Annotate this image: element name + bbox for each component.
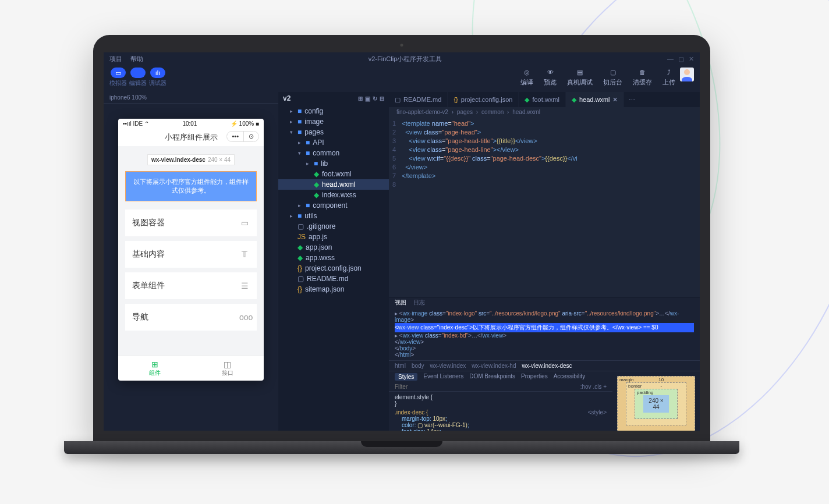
menu-item[interactable]: 导航ooo xyxy=(125,304,257,331)
toolbar-action-4[interactable]: 🗑清缓存 xyxy=(633,68,652,87)
tree-folder[interactable]: ▸■config xyxy=(278,106,389,116)
tree-folder[interactable]: ▸■image xyxy=(278,116,389,127)
file-tree-panel: v2 ⊞ ▣ ↻ ⊟ ▸■config▸■image▾■pages▸■API▾■… xyxy=(278,92,389,431)
laptop-frame: 项目 帮助 v2-FinClip小程序开发工具 — ▢ ✕ ▭模拟器编辑器ılı… xyxy=(93,35,710,454)
window-controls: — ▢ ✕ xyxy=(667,55,694,63)
menu-help[interactable]: 帮助 xyxy=(130,55,143,63)
toolbar-mode-2[interactable]: ılı调试器 xyxy=(149,68,166,87)
capsule-more-icon[interactable]: ••• xyxy=(227,132,244,141)
editor-tab[interactable]: ◆head.wxml✕ xyxy=(566,92,625,107)
add-rule-icon[interactable]: + xyxy=(603,384,607,390)
menubar: 项目 帮助 v2-FinClip小程序开发工具 — ▢ ✕ xyxy=(104,52,700,65)
minimize-icon[interactable]: — xyxy=(667,55,674,63)
dom-crumb[interactable]: html xyxy=(395,363,406,369)
menu-project[interactable]: 项目 xyxy=(109,55,122,63)
tree-file[interactable]: ◆index.wxss xyxy=(278,190,389,200)
devtools-subtab[interactable]: Styles xyxy=(395,373,417,381)
app-screen: 项目 帮助 v2-FinClip小程序开发工具 — ▢ ✕ ▭模拟器编辑器ılı… xyxy=(104,52,700,431)
tree-folder[interactable]: ▸■lib xyxy=(278,158,389,169)
devtools-subtab[interactable]: DOM Breakpoints xyxy=(469,373,515,381)
tree-file[interactable]: ◆app.wxss xyxy=(278,253,389,263)
tree-file[interactable]: {}project.config.json xyxy=(278,263,389,274)
close-icon[interactable]: ✕ xyxy=(689,55,694,63)
toolbar-action-0[interactable]: ◎编译 xyxy=(520,68,533,87)
editor-tab[interactable]: ◆foot.wxml xyxy=(519,92,565,107)
tree-root-name[interactable]: v2 xyxy=(283,94,290,102)
dom-crumb[interactable]: wx-view.index-desc xyxy=(522,363,572,369)
dom-tree[interactable]: ▸ <wx-image class="index-logo" src="../r… xyxy=(389,308,700,360)
devtools-subtab[interactable]: Properties xyxy=(521,373,548,381)
tree-folder[interactable]: ▾■common xyxy=(278,148,389,158)
capsule-close-icon[interactable]: ⊙ xyxy=(244,132,258,141)
code-editor[interactable]: 12345678 <template name="head"> <view cl… xyxy=(389,117,700,297)
editor-panel: ▢README.md{}project.config.json◆foot.wxm… xyxy=(389,92,700,431)
tree-folder[interactable]: ▸■component xyxy=(278,200,389,211)
phone-tab-1[interactable]: ◫接口 xyxy=(191,356,264,381)
window-title: v2-FinClip小程序开发工具 xyxy=(151,55,659,63)
inspect-tooltip: wx-view.index-desc240 × 44 xyxy=(147,154,235,165)
new-folder-icon[interactable]: ▣ xyxy=(365,95,370,102)
editor-tab[interactable]: {}project.config.json xyxy=(448,92,519,107)
simulator-panel: iphone6 100% ••ııl IDE ⌃ 10:01 ⚡ 100% ■ … xyxy=(104,92,278,431)
new-file-icon[interactable]: ⊞ xyxy=(358,95,363,102)
status-time: 10:01 xyxy=(182,120,197,127)
tree-file[interactable]: ◆foot.wxml xyxy=(278,169,389,179)
avatar[interactable] xyxy=(680,68,694,81)
toolbar-action-2[interactable]: ▤真机调试 xyxy=(567,68,593,87)
refresh-icon[interactable]: ↻ xyxy=(373,95,377,102)
devtools-subtab[interactable]: Accessibility xyxy=(554,373,585,381)
status-signal: ••ııl IDE ⌃ xyxy=(123,120,149,127)
menu-item[interactable]: 视图容器▭ xyxy=(125,210,257,236)
css-rules[interactable]: element.style {} <style> .index-desc { m… xyxy=(389,392,612,431)
tree-folder[interactable]: ▸■utils xyxy=(278,211,389,221)
menu-item[interactable]: 基础内容𝕋 xyxy=(125,241,257,268)
toolbar: ▭模拟器编辑器ılı调试器 ◎编译👁预览▤真机调试▢切后台🗑清缓存⤴上传 xyxy=(104,65,700,92)
tree-file[interactable]: {}sitemap.json xyxy=(278,284,389,294)
tree-file[interactable]: ◆app.json xyxy=(278,242,389,253)
status-battery: ⚡ 100% ■ xyxy=(231,120,259,127)
tab-close-icon[interactable]: ✕ xyxy=(612,96,618,104)
collapse-icon[interactable]: ⊟ xyxy=(380,95,384,102)
dom-crumb[interactable]: body xyxy=(412,363,424,369)
devtools-tab-log[interactable]: 日志 xyxy=(413,299,425,307)
box-model: margin 10 border - padding 240 × 44 xyxy=(612,371,700,431)
tree-file[interactable]: JSapp.js xyxy=(278,232,389,242)
maximize-icon[interactable]: ▢ xyxy=(678,55,684,63)
toolbar-mode-0[interactable]: ▭模拟器 xyxy=(109,68,127,87)
tree-file[interactable]: ◆head.wxml xyxy=(278,179,389,190)
tree-folder[interactable]: ▾■pages xyxy=(278,127,389,137)
toolbar-mode-1[interactable]: 编辑器 xyxy=(129,68,147,87)
toolbar-action-3[interactable]: ▢切后台 xyxy=(603,68,622,87)
tree-folder[interactable]: ▸■API xyxy=(278,137,389,148)
capsule: ••• ⊙ xyxy=(226,131,259,142)
hov-toggle[interactable]: :hov xyxy=(580,384,591,390)
page-title: 小程序组件展示 xyxy=(165,133,218,141)
toolbar-action-5[interactable]: ⤴上传 xyxy=(663,68,675,87)
dom-crumb[interactable]: wx-view.index-hd xyxy=(472,363,516,369)
devtools-panel: 视图 日志 ▸ <wx-image class="index-logo" src… xyxy=(389,297,700,431)
toolbar-action-1[interactable]: 👁预览 xyxy=(544,68,557,87)
devtools-subtab[interactable]: Event Listeners xyxy=(423,373,463,381)
dom-crumb[interactable]: wx-view.index xyxy=(430,363,466,369)
simulator-device-label: iphone6 100% xyxy=(104,92,278,104)
selected-element-highlight[interactable]: 以下将展示小程序官方组件能力，组件样式仅供参考。 xyxy=(125,171,257,201)
phone-tab-0[interactable]: ⊞组件 xyxy=(118,356,191,381)
menu-item[interactable]: 表单组件☰ xyxy=(125,272,257,299)
tree-file[interactable]: ▢.gitignore xyxy=(278,221,389,232)
breadcrumb: fino-applet-demo-v2 › pages › common › h… xyxy=(389,107,700,117)
devtools-tab-view[interactable]: 视图 xyxy=(395,299,406,307)
tabs-more-icon[interactable]: ⋯ xyxy=(624,96,640,104)
styles-filter-input[interactable] xyxy=(395,384,580,390)
cls-toggle[interactable]: .cls xyxy=(593,384,601,390)
tree-file[interactable]: ▢README.md xyxy=(278,274,389,284)
editor-tab[interactable]: ▢README.md xyxy=(389,92,448,107)
phone-preview: ••ııl IDE ⌃ 10:01 ⚡ 100% ■ 小程序组件展示 ••• ⊙ xyxy=(118,119,264,381)
